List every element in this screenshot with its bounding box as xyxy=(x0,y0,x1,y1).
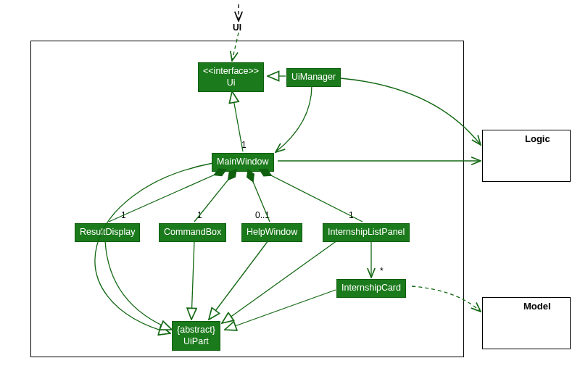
mult-mainwindow: 1 xyxy=(241,140,247,150)
class-name: UiPart xyxy=(183,336,209,346)
abstract-tag: {abstract} xyxy=(177,325,215,335)
class-helpwindow: HelpWindow xyxy=(241,223,302,242)
mult-ilp: 1 xyxy=(349,210,354,220)
interface-ui: <<interface>> Ui xyxy=(198,62,264,92)
class-resultdisplay: ResultDisplay xyxy=(75,223,140,242)
class-uimanager: UiManager xyxy=(286,68,341,87)
interface-name: Ui xyxy=(227,78,236,88)
class-commandbox: CommandBox xyxy=(159,223,226,242)
mult-commandbox: 1 xyxy=(197,210,202,220)
class-uipart: {abstract} UiPart xyxy=(172,321,220,351)
class-internshiplistpanel: InternshipListPanel xyxy=(323,223,410,242)
mult-resultdisplay: 1 xyxy=(121,210,126,220)
mult-internshipcard: * xyxy=(380,266,384,276)
diagram-title: UI xyxy=(233,22,241,33)
stereotype: <<interface>> xyxy=(203,66,259,76)
class-internshipcard: InternshipCard xyxy=(336,279,406,298)
class-mainwindow: MainWindow xyxy=(212,153,274,172)
package-model-label: Model xyxy=(521,299,554,313)
package-logic-label: Logic xyxy=(522,132,553,146)
mult-helpwindow: 0..1 xyxy=(255,210,270,220)
